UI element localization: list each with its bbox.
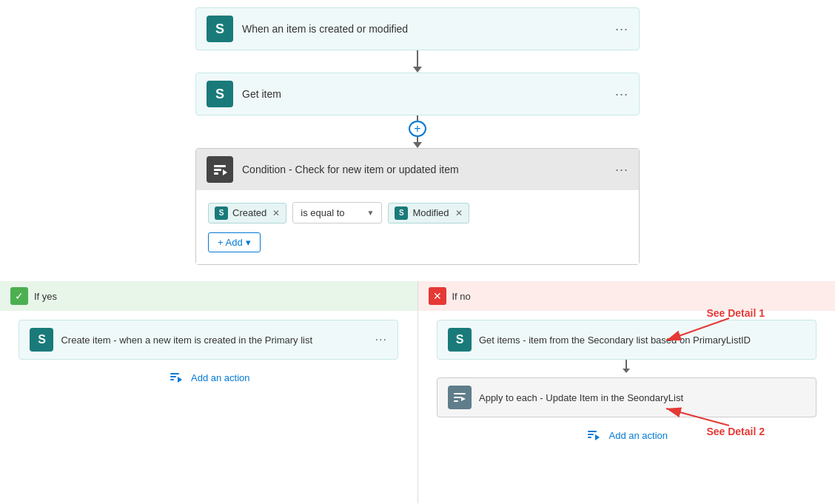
add-action-icon-no — [585, 426, 603, 444]
create-item-icon: S — [30, 328, 53, 352]
create-item-step[interactable]: S Create item - when a new item is creat… — [19, 320, 398, 360]
create-item-title: Create item - when a new item is created… — [61, 335, 375, 346]
yes-check-icon: ✓ — [10, 287, 28, 305]
trigger-more[interactable]: ··· — [615, 21, 628, 37]
condition-icon — [207, 156, 233, 183]
svg-marker-11 — [461, 397, 466, 401]
right-token-close[interactable]: ✕ — [455, 208, 463, 218]
branch-yes: ✓ If yes S Create item - when a new item… — [0, 281, 418, 503]
svg-marker-7 — [178, 377, 182, 383]
no-header: ✕ If no — [418, 281, 836, 311]
no-content: S Get items - item from the Secondary li… — [418, 311, 836, 453]
right-token-label: Modified — [412, 207, 449, 218]
condition-header: Condition - Check for new item or update… — [196, 149, 639, 190]
condition-body: S Created ✕ is equal to ▼ S Modified ✕ — [196, 190, 639, 264]
left-token-label: Created — [232, 207, 266, 218]
svg-rect-10 — [454, 400, 458, 402]
svg-rect-8 — [454, 393, 466, 394]
svg-rect-13 — [588, 434, 594, 435]
get-item-step[interactable]: S Get item ··· — [195, 73, 640, 115]
no-add-action[interactable]: Add an action — [585, 426, 668, 444]
add-step-button[interactable]: + — [409, 121, 426, 137]
svg-rect-5 — [170, 376, 176, 377]
connector-1 — [413, 50, 422, 73]
trigger-icon: S — [207, 16, 233, 42]
get-items-step[interactable]: S Get items - item from the Secondary li… — [437, 320, 816, 360]
get-item-title: Get item — [242, 88, 615, 100]
right-token-icon: S — [395, 206, 408, 220]
get-items-icon: S — [448, 328, 472, 352]
no-add-action-label: Add an action — [608, 430, 668, 441]
annotation-detail2: See Detail 2 — [706, 426, 765, 437]
apply-step-icon — [448, 386, 472, 409]
create-item-more[interactable]: ··· — [375, 333, 387, 346]
svg-rect-12 — [588, 431, 597, 432]
yes-label: If yes — [34, 291, 57, 302]
svg-rect-6 — [170, 379, 174, 380]
condition-row: S Created ✕ is equal to ▼ S Modified ✕ — [208, 202, 627, 224]
get-items-title: Get items - item from the Secondary list… — [479, 335, 805, 346]
add-condition-button[interactable]: + Add ▾ — [208, 232, 261, 252]
yes-add-action-label: Add an action — [191, 372, 250, 383]
apply-step-title: Apply to each - Update Item in the Seond… — [479, 392, 805, 403]
no-label: If no — [452, 291, 471, 302]
connector-no-1 — [623, 360, 630, 377]
svg-rect-14 — [588, 437, 591, 438]
condition-more[interactable]: ··· — [615, 162, 628, 178]
operator-select[interactable]: is equal to ▼ — [292, 202, 382, 224]
get-item-icon: S — [207, 81, 233, 107]
condition-title: Condition - Check for new item or update… — [242, 164, 615, 175]
apply-step[interactable]: Apply to each - Update Item in the Seond… — [437, 377, 816, 417]
operator-label: is equal to — [301, 207, 344, 218]
add-action-icon-yes — [167, 369, 185, 386]
get-item-more[interactable]: ··· — [615, 87, 628, 102]
left-token-close[interactable]: ✕ — [272, 208, 280, 218]
yes-add-action[interactable]: Add an action — [167, 369, 250, 386]
trigger-title: When an item is created or modified — [242, 23, 615, 35]
right-token[interactable]: S Modified ✕ — [388, 203, 469, 224]
operator-chevron: ▼ — [367, 209, 375, 217]
yes-header: ✓ If yes — [0, 281, 418, 311]
left-token[interactable]: S Created ✕ — [208, 203, 286, 224]
yes-content: S Create item - when a new item is creat… — [0, 311, 418, 395]
top-section: S When an item is created or modified ··… — [0, 0, 835, 265]
svg-rect-0 — [214, 165, 226, 167]
svg-rect-2 — [214, 172, 218, 175]
trigger-step[interactable]: S When an item is created or modified ··… — [195, 7, 640, 50]
add-condition-label: + Add — [218, 237, 243, 248]
condition-block: Condition - Check for new item or update… — [195, 148, 640, 265]
svg-rect-1 — [214, 169, 221, 171]
branch-no: ✕ If no S Get items - item from the Seco… — [418, 281, 836, 503]
flow-canvas: S When an item is created or modified ··… — [0, 0, 835, 504]
left-token-icon: S — [215, 206, 228, 220]
add-chevron-icon: ▾ — [246, 237, 251, 248]
svg-marker-15 — [595, 434, 600, 440]
svg-rect-9 — [454, 397, 461, 398]
svg-rect-4 — [170, 373, 179, 374]
add-row: + Add ▾ — [208, 232, 627, 252]
no-x-icon: ✕ — [429, 287, 446, 305]
annotation-detail1: See Detail 1 — [706, 307, 765, 319]
connector-plus: + — [409, 115, 426, 148]
svg-marker-3 — [223, 169, 227, 175]
